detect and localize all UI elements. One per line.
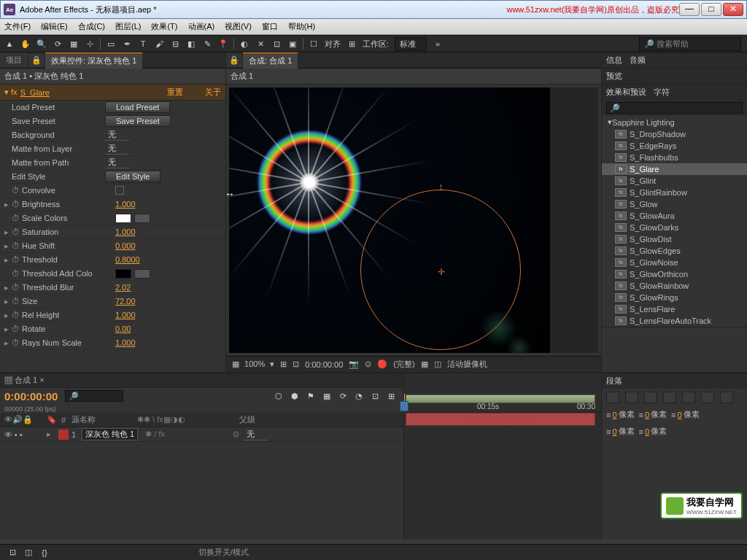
scale-colors-swatch[interactable] [115,214,131,223]
edit-style-button[interactable]: Edit Style [105,171,160,182]
justify-center-button[interactable] [682,392,695,403]
tab-character[interactable]: 字符 [654,87,670,98]
hue-value[interactable]: 0.000 [115,241,136,250]
effect-gizmo-arrow[interactable]: ↕ [438,181,444,192]
minimize-button[interactable]: — [679,3,700,16]
tree-item[interactable]: fxS_GlowAura [602,210,747,222]
layer-duration-bar[interactable] [406,413,595,426]
menu-window[interactable]: 窗口 [262,21,278,32]
effect-reset[interactable]: 重置 [167,87,183,98]
preset-search[interactable] [606,102,743,114]
justify-left-button[interactable] [663,392,676,403]
tl-btn-8[interactable]: ⊞ [384,389,398,402]
tree-item[interactable]: fxS_GlowNoise [602,257,747,268]
close-button[interactable]: ✕ [723,3,743,16]
zoom-dropdown[interactable]: ▦ 100% ▾ [232,359,274,369]
tree-item[interactable]: fxS_Glint [602,175,747,187]
tl-btn-6[interactable]: ◔ [352,389,366,402]
anchor-tool[interactable]: ⊹ [82,37,97,50]
resolution-dropdown[interactable]: (完整) [393,359,414,370]
resolution-btn[interactable]: ⊞ [280,359,287,369]
save-preset-button[interactable]: Save Preset [105,115,171,127]
hand-tool[interactable]: ✋ [18,37,33,50]
convolve-checkbox[interactable] [115,186,124,195]
align-center-button[interactable] [625,392,638,403]
menu-view[interactable]: 视图(V) [225,21,252,32]
tree-item[interactable]: fxS_Glare [602,163,747,175]
misc-2[interactable]: ✕ [253,37,268,50]
align-left-button[interactable] [606,392,619,403]
matte-path-dropdown[interactable]: 无 [105,157,129,168]
timeline-search[interactable] [65,390,123,402]
tree-item[interactable]: fxS_GlowRings [602,292,747,303]
align-right-button[interactable] [644,392,657,403]
effect-header[interactable]: ▾ fx S_Glare 重置 关于 [0,85,225,101]
help-search[interactable]: 🔎 搜索帮助 [639,37,741,51]
foot-1[interactable]: ⊡ [5,546,20,559]
pin-tool[interactable]: 📍 [216,37,231,50]
tree-item[interactable]: fxS_GlintRainbow [602,187,747,198]
pen-tool[interactable]: ✒ [120,37,134,50]
menu-fx[interactable]: 效果(T) [151,21,177,32]
layer-name[interactable]: 深灰色 纯色 1 [82,428,138,440]
tree-item[interactable]: fxS_GlowDarks [602,222,747,233]
menu-layer[interactable]: 图层(L) [115,21,141,32]
tab-paragraph[interactable]: 段落 [606,376,622,386]
foot-2[interactable]: ◫ [21,546,36,559]
tree-item[interactable]: fxS_Glow [602,198,747,210]
justify-right-button[interactable] [701,392,714,403]
misc-5[interactable]: ⊞ [344,37,359,50]
layer-row[interactable]: 👁 ▪ ▪ ▸ 1 深灰色 纯色 1 ✱ / fx ⊙ 无 [0,427,403,442]
tree-item[interactable]: fxS_GlowRainbow [602,280,747,292]
snapshot-icon[interactable]: 📷 [349,359,359,369]
threshold-blur-value[interactable]: 2.02 [115,283,131,292]
workarea-dropdown[interactable]: 标准 [395,37,427,51]
tab-composition[interactable]: 合成: 合成 1 [243,52,298,69]
rotate-tool[interactable]: ⟳ [50,37,65,50]
stamp-tool[interactable]: ⊟ [168,37,182,50]
menu-comp[interactable]: 合成(C) [78,21,105,32]
tree-group[interactable]: ▾ Sapphire Lighting [602,116,747,128]
background-dropdown[interactable]: 无 [105,129,129,141]
current-time[interactable]: 0:00:00:00 [305,360,343,369]
rays-value[interactable]: 1.000 [115,338,136,347]
misc-1[interactable]: ◐ [237,37,252,50]
tab-timeline[interactable]: ▦ 合成 1 × [4,375,44,386]
tl-btn-2[interactable]: ⬢ [287,389,302,402]
col-source-name[interactable]: 源名称 [71,414,137,425]
panel-lock-icon[interactable]: 🔒 [226,53,243,67]
timeline-track-area[interactable]: 00:15s 00:30 [404,373,601,540]
misc-4[interactable]: ▣ [285,37,300,50]
roto-tool[interactable]: ✎ [200,37,214,50]
tab-info[interactable]: 信息 [606,55,622,66]
tree-item[interactable]: fxS_LensFlareAutoTrack [602,315,747,327]
color-mgmt-icon[interactable]: 🔴 [377,359,387,369]
tree-item[interactable]: fxS_LensFlare [602,303,747,315]
tree-item[interactable]: fxS_GlowOrthicon [602,268,747,280]
menu-help[interactable]: 帮助(H) [288,21,315,32]
rect-tool[interactable]: ▭ [104,37,118,50]
tab-audio[interactable]: 音频 [630,55,646,66]
channel-icon[interactable]: ⊙ [365,359,371,369]
matte-layer-dropdown[interactable]: 无 [105,143,129,155]
misc-3[interactable]: ⊡ [269,37,284,50]
parent-dropdown[interactable]: 无 [244,429,268,440]
composition-viewport[interactable]: ✛ ↕ [229,88,598,353]
brush-tool[interactable]: 🖌 [152,37,166,50]
tab-effects-presets[interactable]: 效果和预设 [606,87,646,98]
saturation-value[interactable]: 1.000 [115,228,136,236]
load-preset-button[interactable]: Load Preset [105,101,170,113]
grid-btn[interactable]: ⊡ [293,359,299,369]
layer-color[interactable] [58,429,69,440]
tl-btn-1[interactable]: ⬡ [271,389,286,402]
switch-mode-button[interactable]: 切换开关/模式 [198,547,249,558]
threshold-add-swatch[interactable] [115,269,131,279]
tree-item[interactable]: fxS_GlowDist [602,233,747,245]
menu-anim[interactable]: 动画(A) [188,21,215,32]
timecode[interactable]: 0:00:00:00 [4,390,58,402]
selection-tool[interactable]: ▲ [2,37,17,50]
snap-toggle[interactable]: ☐ [306,37,321,50]
camera-tool[interactable]: ▦ [66,37,81,50]
tl-btn-5[interactable]: ⟳ [336,389,350,402]
tree-item[interactable]: fxS_DropShadow [602,128,747,140]
